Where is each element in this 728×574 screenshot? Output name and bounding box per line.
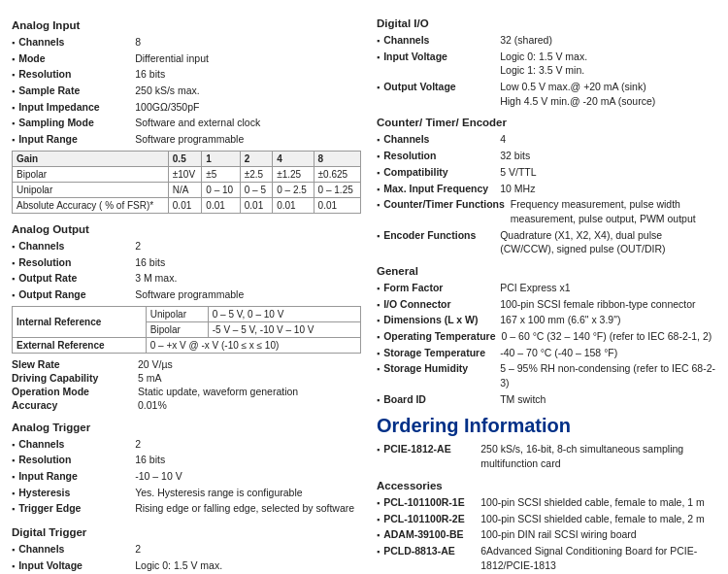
ct-channels: Channels 4: [377, 131, 716, 148]
gen-form-factor-value: PCI Express x1: [500, 281, 716, 295]
ai-table-unipolar-row: Unipolar N/A 0 – 10 0 – 5 0 – 2.5 0 – 1.…: [13, 182, 361, 197]
ao-slew-row: Slew Rate 20 V/µs: [12, 357, 361, 371]
at-resolution-label: Resolution: [18, 453, 135, 467]
ai-table-accuracy-1: 0.01: [202, 197, 240, 213]
dio-channels-value: 32 (shared): [500, 33, 716, 48]
right-column: Digital I/O Channels 32 (shared) Input V…: [377, 10, 716, 574]
dt-channels-label: Channels: [18, 542, 135, 557]
ao-operation-row: Operation Mode Static update, waveform g…: [12, 385, 361, 398]
ao-output-rate-value: 3 M max.: [135, 271, 361, 286]
ai-sample-rate: Sample Rate 250 kS/s max.: [12, 83, 361, 99]
at-hysteresis-label: Hysteresis: [18, 486, 135, 500]
ct-timer-functions-value: Frequency measurement, pulse width measu…: [511, 197, 716, 225]
ao-channels-value: 2: [135, 239, 361, 253]
ai-resolution: Resolution 16 bits: [12, 66, 361, 83]
ai-mode: Mode Differential input: [12, 51, 361, 67]
analog-trigger-title: Analog Trigger: [12, 422, 361, 433]
gen-board-id: Board ID TM switch: [377, 391, 716, 408]
dt-channels-value: 2: [135, 542, 361, 557]
ai-table-2: 2: [240, 151, 272, 166]
ao-resolution-label: Resolution: [18, 255, 135, 270]
counter-title: Counter/ Timer/ Encoder: [377, 117, 716, 128]
at-channels-value: 2: [135, 437, 361, 452]
ai-table-bipolar-label: Bipolar: [13, 166, 169, 182]
gen-storage-temp-label: Storage Temperature: [383, 346, 500, 360]
general-title: General: [377, 265, 716, 277]
ao-operation-label: Operation Mode: [12, 385, 138, 398]
acc-pcl-1-value: 100-pin SCSI shielded cable, female to m…: [480, 495, 716, 510]
ct-encoder-functions-value: Quadrature (X1, X2, X4), dual pulse (CW/…: [500, 228, 716, 256]
ao-driving-label: Driving Capability: [12, 371, 138, 385]
gen-storage-humidity: Storage Humidity 5 – 95% RH non-condensi…: [377, 360, 716, 390]
ai-mode-value: Differential input: [135, 51, 361, 66]
ao-operation-value: Static update, waveform generation: [138, 385, 361, 398]
dt-channels: Channels 2: [12, 541, 361, 557]
ai-table-1: 1: [202, 151, 240, 166]
ordering-title: Ordering Information: [377, 415, 716, 437]
ai-table-accuracy-4: 0.01: [273, 197, 314, 213]
analog-trigger-list: Channels 2 Resolution 16 bits Input Rang…: [12, 436, 361, 517]
gen-board-id-value: TM switch: [500, 392, 716, 407]
ai-table-unipolar-0-5: N/A: [168, 182, 202, 197]
acc-adam-value: 100-pin DIN rail SCSI wiring board: [480, 527, 716, 542]
digital-io-title: Digital I/O: [377, 17, 716, 29]
ct-max-freq-label: Max. Input Frequency: [383, 182, 500, 196]
accessories-list: PCL-101100R-1E 100-pin SCSI shielded cab…: [377, 494, 716, 574]
dio-input-voltage: Input Voltage Logic 0: 1.5 V max. Logic …: [377, 49, 716, 79]
ai-table-unipolar-8: 0 – 1.25: [314, 182, 360, 197]
acc-pcl-1-label: PCL-101100R-1E: [383, 495, 480, 510]
at-trigger-edge-label: Trigger Edge: [18, 501, 135, 516]
gen-io-connector-value: 100-pin SCSI female ribbon-type connecto…: [500, 297, 716, 312]
gen-board-id-label: Board ID: [383, 392, 500, 407]
acc-pcl-2-label: PCL-101100R-2E: [383, 512, 480, 526]
ai-table-unipolar-2: 0 – 5: [240, 182, 272, 197]
ai-table-gain: Gain: [13, 151, 169, 166]
ao-output-range-value: Software programmable: [135, 287, 361, 302]
gen-dimensions: Dimensions (L x W) 167 x 100 mm (6.6" x …: [377, 312, 716, 328]
gen-operating-temp-label: Operating Temperature: [383, 329, 501, 344]
ao-output-rate-label: Output Rate: [18, 271, 135, 286]
ct-encoder-functions-label: Encoder Functions: [383, 228, 500, 256]
acc-pcld-8813-value: 6Advanced Signal Conditioning Board for …: [480, 544, 716, 572]
gen-form-factor-label: Form Factor: [383, 281, 500, 295]
gen-io-connector-label: I/O Connector: [383, 297, 500, 312]
ai-resolution-value: 16 bits: [135, 67, 361, 82]
ct-resolution-label: Resolution: [383, 149, 500, 163]
ordering-pcie-value: 250 kS/s, 16-bit, 8-ch simultaneous samp…: [480, 442, 716, 470]
dio-channels-label: Channels: [383, 33, 500, 48]
ao-channels: Channels 2: [12, 238, 361, 254]
gen-dimensions-value: 167 x 100 mm (6.6" x 3.9"): [500, 313, 716, 327]
at-input-range-label: Input Range: [18, 469, 135, 484]
ct-resolution-value: 32 bits: [500, 149, 716, 163]
ao-internal-unipolar-label: Unipolar: [146, 306, 208, 321]
ao-internal-ref-label: Internal Reference: [13, 306, 147, 337]
gen-storage-humidity-value: 5 – 95% RH non-condensing (refer to IEC …: [500, 361, 716, 389]
left-column: Analog Input Channels 8 Mode Differentia…: [12, 10, 361, 574]
ao-channels-label: Channels: [18, 239, 135, 253]
ct-max-freq-value: 10 MHz: [500, 182, 716, 196]
ai-channels-value: 8: [135, 35, 361, 50]
analog-output-list: Channels 2 Resolution 16 bits Output Rat…: [12, 238, 361, 303]
digital-trigger-title: Digital Trigger: [12, 526, 361, 538]
gen-io-connector: I/O Connector 100-pin SCSI female ribbon…: [377, 296, 716, 313]
ao-output-rate: Output Rate 3 M max.: [12, 270, 361, 287]
main-content: Analog Input Channels 8 Mode Differentia…: [12, 10, 716, 574]
at-hysteresis-value: Yes. Hysteresis range is configurable: [135, 486, 361, 500]
general-list: Form Factor PCI Express x1 I/O Connector…: [377, 280, 716, 408]
ao-resolution-value: 16 bits: [135, 255, 361, 270]
ai-table-accuracy-0-5: 0.01: [168, 197, 202, 213]
at-channels: Channels 2: [12, 436, 361, 453]
ai-gain-table: Gain 0.5 1 2 4 8 Bipolar ±10V ±5 ±2.5 ±1: [12, 151, 361, 214]
ai-table-unipolar-4: 0 – 2.5: [273, 182, 314, 197]
ao-internal-bipolar-value: -5 V – 5 V, -10 V – 10 V: [208, 321, 360, 337]
at-hysteresis: Hysteresis Yes. Hysteresis range is conf…: [12, 485, 361, 501]
ao-output-range: Output Range Software programmable: [12, 287, 361, 303]
acc-pcld-8813-label: PCLD-8813-AE: [383, 544, 480, 572]
ct-encoder-functions: Encoder Functions Quadrature (X1, X2, X4…: [377, 227, 716, 257]
ai-table-bipolar-4: ±1.25: [273, 166, 314, 182]
ai-table-unipolar-1: 0 – 10: [202, 182, 240, 197]
ai-table-accuracy-2: 0.01: [240, 197, 272, 213]
ct-max-freq: Max. Input Frequency 10 MHz: [377, 181, 716, 197]
ai-impedance-label: Input Impedance: [18, 100, 135, 115]
digital-io-list: Channels 32 (shared) Input Voltage Logic…: [377, 32, 716, 109]
